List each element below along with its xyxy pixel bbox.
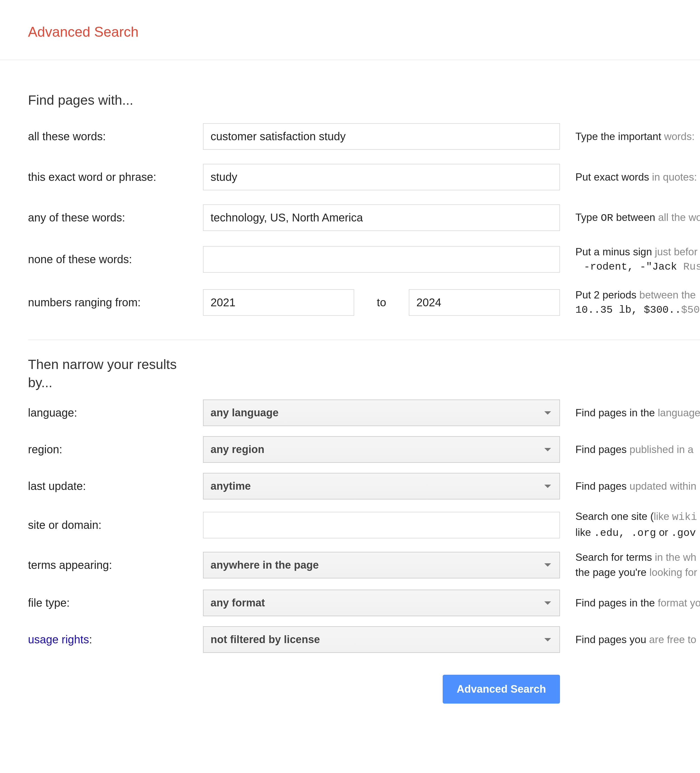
chevron-down-icon [544,448,551,451]
usage-rights-link[interactable]: usage rights [28,633,89,646]
label-terms-appearing: terms appearing: [28,559,203,571]
help-language: Find pages in the language [575,407,700,419]
help-all-these-words: Type the important words: [575,131,695,143]
select-last-update[interactable]: anytime [203,473,560,500]
section-find-pages-heading: Find pages with... [28,92,203,108]
help-text-fragment: language [658,407,700,419]
row-exact-phrase: this exact word or phrase: Put exact wor… [28,157,700,197]
help-text-fragment: Type [575,212,601,223]
help-text-fragment: Search one site ( [575,511,654,522]
help-text-fragment: between [613,212,658,223]
help-site-domain: Search one site (like wiki like .edu, .o… [575,510,697,540]
help-usage-rights: Find pages you are free to [575,634,697,646]
page-header: Advanced Search [0,0,700,60]
row-none-words: none of these words: Put a minus sign ju… [28,238,700,281]
help-text-fragment: format yo [658,597,700,609]
form-content: Find pages with... To do this in the sea… [0,60,700,726]
input-exact-phrase[interactable] [203,164,560,191]
help-text-fragment: Russe [683,261,700,273]
help-text-fragment: .gov [671,527,696,539]
help-region: Find pages published in a [575,444,693,456]
select-region[interactable]: any region [203,436,560,463]
row-file-type: file type: any format Find pages in the … [28,585,700,621]
input-area-language: any language [203,400,560,426]
input-number-to[interactable] [409,289,560,316]
help-text-fragment: Search for terms [575,551,655,563]
help-text-fragment: Put 2 periods [575,289,639,301]
help-text-fragment: like [654,511,672,522]
label-language: language: [28,406,203,419]
select-file-type[interactable]: any format [203,590,560,616]
input-area-last-update: anytime [203,473,560,500]
chevron-down-icon [544,411,551,414]
select-language[interactable]: any language [203,400,560,426]
label-all-these-words: all these words: [28,130,203,143]
label-exact-phrase: this exact word or phrase: [28,171,203,183]
help-text-fragment: looking for [649,567,697,578]
input-area-none-words [203,246,560,273]
help-number-range: Put 2 periods between the 10..35 lb, $30… [575,288,700,317]
page-title: Advanced Search [28,24,700,40]
row-number-range: numbers ranging from: to Put 2 periods b… [28,281,700,324]
label-last-update: last update: [28,480,203,492]
help-text-fragment: Find pages in the [575,407,658,419]
row-region: region: any region Find pages published … [28,431,700,468]
help-text-fragment: Find pages you [575,634,649,645]
help-any-words: Type OR between all the wo [575,212,700,224]
help-text-fragment: all the wo [658,212,700,223]
select-language-value: any language [211,407,278,419]
label-file-type: file type: [28,597,203,609]
help-text-fragment: Find pages [575,480,629,492]
help-last-update: Find pages updated within [575,480,697,492]
help-file-type: Find pages in the format yo [575,597,700,609]
help-text-fragment: like [575,526,594,538]
help-text-fragment: are free to [649,634,697,645]
help-text-fragment: in quotes: [652,171,697,183]
help-text-fragment: words: [664,131,695,142]
input-area-usage-rights: not filtered by license [203,626,560,653]
select-region-value: any region [211,444,264,456]
help-text-fragment: Put exact words [575,171,652,183]
input-number-from[interactable] [203,289,354,316]
select-terms-appearing[interactable]: anywhere in the page [203,552,560,579]
input-area-terms-appearing: anywhere in the page [203,552,560,579]
label-number-range: numbers ranging from: [28,296,203,309]
select-terms-appearing-value: anywhere in the page [211,559,319,571]
select-usage-rights-value: not filtered by license [211,633,320,646]
input-all-these-words[interactable] [203,123,560,150]
section-narrow-header-row: Then narrow your results by... [28,340,700,395]
help-text-fragment: or [656,526,671,538]
select-last-update-value: anytime [211,480,251,492]
input-none-words[interactable] [203,246,560,273]
help-text-fragment: published in a [629,444,693,455]
help-text-fragment: in the wh [655,551,697,563]
row-any-words: any of these words: Type OR between all … [28,197,700,238]
help-text-fragment: Type the important [575,131,664,142]
help-exact-phrase: Put exact words in quotes: [575,171,697,183]
select-file-type-value: any format [211,597,265,609]
help-text-fragment: 10..35 lb, $300.. [575,304,681,316]
label-none-words: none of these words: [28,253,203,266]
row-language: language: any language Find pages in the… [28,395,700,431]
input-area-any-words [203,204,560,231]
chevron-down-icon [544,563,551,567]
section-find-pages-header-row: Find pages with... To do this in the sea… [28,60,700,116]
select-usage-rights[interactable]: not filtered by license [203,626,560,653]
help-text-fragment: $500 [681,304,700,316]
advanced-search-page: Advanced Search Find pages with... To do… [0,0,700,773]
help-text-fragment: Find pages [575,444,629,455]
input-area-region: any region [203,436,560,463]
help-text-fragment: -rodent, -"Jack [584,261,683,273]
label-any-words: any of these words: [28,211,203,224]
input-any-words[interactable] [203,204,560,231]
submit-area: Advanced Search [203,675,560,704]
help-text-fragment: Find pages in the [575,597,658,609]
input-site-domain[interactable] [203,512,560,538]
label-number-to: to [354,296,409,309]
chevron-down-icon [544,601,551,605]
help-text-fragment: between the [639,289,696,301]
row-last-update: last update: anytime Find pages updated … [28,468,700,505]
row-usage-rights: usage rights: not filtered by license Fi… [28,621,700,658]
advanced-search-button[interactable]: Advanced Search [443,675,560,704]
label-region: region: [28,443,203,456]
